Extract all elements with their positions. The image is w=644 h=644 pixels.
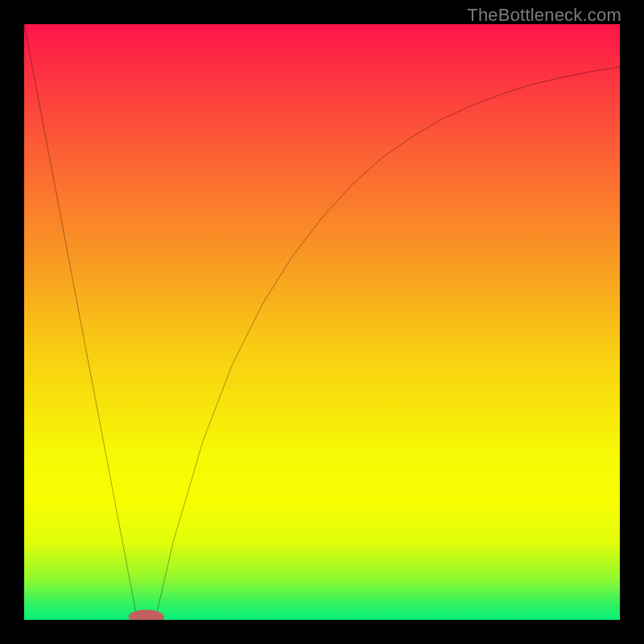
chart-frame: TheBottleneck.com [0, 0, 644, 644]
chart-svg [24, 24, 620, 620]
chart-background [24, 24, 620, 620]
watermark-text: TheBottleneck.com [467, 5, 621, 26]
plot-area [24, 24, 620, 620]
